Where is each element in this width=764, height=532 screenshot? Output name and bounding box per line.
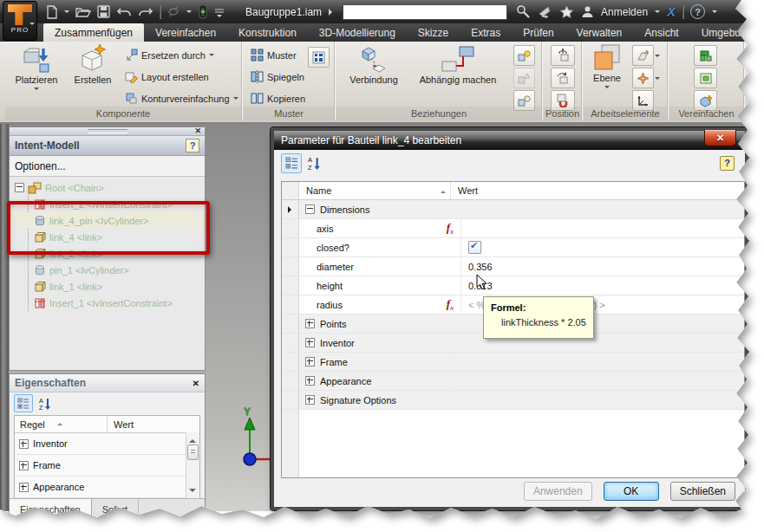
exchange-apps-x-icon[interactable]	[667, 4, 676, 19]
simplify-views-button[interactable]	[694, 45, 717, 66]
expand-icon[interactable]	[305, 319, 315, 328]
group-label-arbeitselemente[interactable]: Arbeitselemente	[584, 107, 667, 120]
sort-az-button[interactable]: AZ	[38, 397, 52, 411]
tree-item-pin1[interactable]: pin_1 <IvCylinder>	[10, 262, 205, 278]
expand-icon[interactable]	[19, 439, 29, 449]
tab-eigenschaften[interactable]: Eigenschaften	[10, 499, 92, 520]
work-point-button[interactable]	[632, 68, 654, 88]
redo-icon[interactable]	[138, 6, 153, 18]
param-row-axis[interactable]: axis	[282, 219, 744, 238]
search-icon[interactable]	[516, 4, 531, 19]
new-file-dropdown-icon[interactable]	[64, 10, 69, 16]
expand-icon[interactable]	[305, 376, 315, 386]
material-status-traffic-light-icon[interactable]	[198, 4, 208, 19]
tree-item-insert2[interactable]: Insert_2 <IvInsertConstraint>	[10, 196, 205, 212]
expand-icon[interactable]	[19, 483, 29, 492]
kopieren-button[interactable]: Kopieren	[251, 92, 305, 105]
close-button[interactable]: Schließen	[670, 482, 735, 501]
scroll-thumb[interactable]	[187, 444, 199, 460]
expand-icon[interactable]	[305, 357, 315, 367]
intent-help-icon[interactable]	[186, 139, 199, 152]
open-icon[interactable]	[75, 5, 91, 19]
document-switch-arrow-icon[interactable]	[329, 9, 336, 16]
properties-close-icon[interactable]	[193, 379, 199, 388]
scroll-down-icon[interactable]	[189, 489, 196, 496]
param-row-closed[interactable]: closed?	[282, 238, 744, 257]
define-envelopes-button[interactable]	[694, 68, 717, 88]
tab-extras[interactable]: Extras	[460, 23, 512, 42]
spiegeln-button[interactable]: Spiegeln	[251, 70, 304, 83]
tab-3d-modellierung[interactable]: 3D-Modellierung	[308, 23, 407, 42]
qat-overflow-icon[interactable]	[214, 7, 225, 17]
tree-item-root[interactable]: Root <Chain>	[10, 179, 205, 196]
dialog-titlebar[interactable]: Parameter für Bauteil link_4 bearbeiten	[274, 131, 745, 150]
inventor-logo-button[interactable]: PRO	[3, 1, 37, 41]
dialog-categorized-view-button[interactable]	[281, 153, 302, 173]
free-move-button[interactable]	[551, 45, 575, 66]
tree-item-insert1[interactable]: Insert_1 <IvInsertConstraint>	[10, 295, 205, 311]
free-rotate-button[interactable]	[551, 68, 575, 88]
column-header-name[interactable]: Name	[299, 182, 451, 199]
undo-icon[interactable]	[116, 6, 132, 18]
param-group-dimensions[interactable]: Dimensions	[282, 200, 744, 219]
muster-button[interactable]: Muster	[251, 49, 297, 62]
param-row-diameter[interactable]: diameter 0.356	[282, 257, 744, 276]
help-icon[interactable]	[690, 4, 705, 19]
param-row-height[interactable]: height 0.513	[282, 276, 744, 295]
erstellen-button[interactable]: Erstellen	[68, 43, 118, 85]
apply-button[interactable]: Anwenden	[524, 482, 592, 501]
column-header-regel[interactable]: Regel	[15, 416, 108, 432]
tree-collapse-icon[interactable]	[15, 183, 24, 192]
param-group-signature-options[interactable]: Signature Options	[282, 391, 744, 410]
tab-sofort[interactable]: Sofort	[92, 499, 139, 520]
options-row[interactable]: Optionen...	[10, 156, 205, 177]
param-group-frame[interactable]: Frame	[282, 353, 744, 372]
help-dropdown-icon[interactable]	[712, 10, 717, 16]
sign-in-dropdown-icon[interactable]	[655, 10, 660, 16]
tree-item-link2[interactable]: link_2 <link>	[10, 245, 205, 262]
pattern-extra-button[interactable]	[308, 47, 330, 68]
property-group-inventor[interactable]: Inventor	[15, 433, 199, 455]
work-plane-flyout-button[interactable]	[632, 45, 654, 66]
collapse-icon[interactable]	[305, 204, 315, 214]
expand-icon[interactable]	[305, 338, 315, 347]
save-icon[interactable]	[97, 5, 110, 18]
height-value[interactable]: 0.513	[461, 276, 744, 295]
panel-close-icon[interactable]	[194, 127, 201, 135]
tab-skizze[interactable]: Skizze	[407, 23, 460, 42]
sign-in-label[interactable]: Anmelden	[601, 6, 648, 18]
panel-grab-bar[interactable]	[10, 127, 205, 136]
layout-erstellen-button[interactable]: Layout erstellen	[125, 70, 209, 83]
tab-pruefen[interactable]: Prüfen	[512, 23, 565, 42]
dialog-close-button[interactable]	[704, 130, 736, 146]
scroll-up-icon[interactable]	[189, 436, 196, 443]
tab-verwalten[interactable]: Verwalten	[565, 23, 634, 42]
favorites-star-icon[interactable]	[559, 5, 574, 19]
expand-icon[interactable]	[305, 395, 315, 405]
user-person-icon[interactable]	[581, 5, 594, 18]
update-dropdown-icon[interactable]	[186, 10, 192, 16]
new-file-icon[interactable]	[45, 5, 58, 19]
ebene-button[interactable]: Ebene	[585, 43, 629, 91]
plane-dropdown-icon[interactable]	[655, 55, 660, 60]
dialog-sort-az-button[interactable]: AZ	[307, 156, 322, 171]
show-constraints-button[interactable]	[513, 45, 535, 66]
ersetzen-durch-button[interactable]: Ersetzen durch	[125, 49, 214, 62]
group-label-beziehungen[interactable]: Beziehungen	[336, 107, 541, 120]
expand-icon[interactable]	[19, 461, 29, 470]
subscription-satellite-icon[interactable]	[538, 5, 552, 19]
column-header-wert[interactable]: Wert	[108, 416, 199, 432]
categorized-view-button[interactable]	[14, 394, 33, 412]
tree-item-link4pin[interactable]: link_4_pin <IvCylinder>	[10, 212, 205, 229]
column-header-wert[interactable]: Wert	[451, 182, 744, 199]
point-dropdown-icon[interactable]	[655, 77, 660, 82]
tree-item-link1[interactable]: link_1 <link>	[10, 278, 205, 295]
tree-item-link4[interactable]: link_4 <link>	[10, 229, 205, 245]
command-search-input[interactable]	[343, 4, 507, 20]
constraint-warning-button[interactable]	[513, 68, 535, 88]
group-label-muster[interactable]: Muster	[244, 107, 334, 120]
property-group-appearance[interactable]: Appearance	[15, 477, 199, 498]
properties-scrollbar[interactable]	[186, 432, 199, 498]
closed-checkbox[interactable]	[468, 241, 481, 254]
param-group-appearance[interactable]: Appearance	[282, 372, 744, 391]
